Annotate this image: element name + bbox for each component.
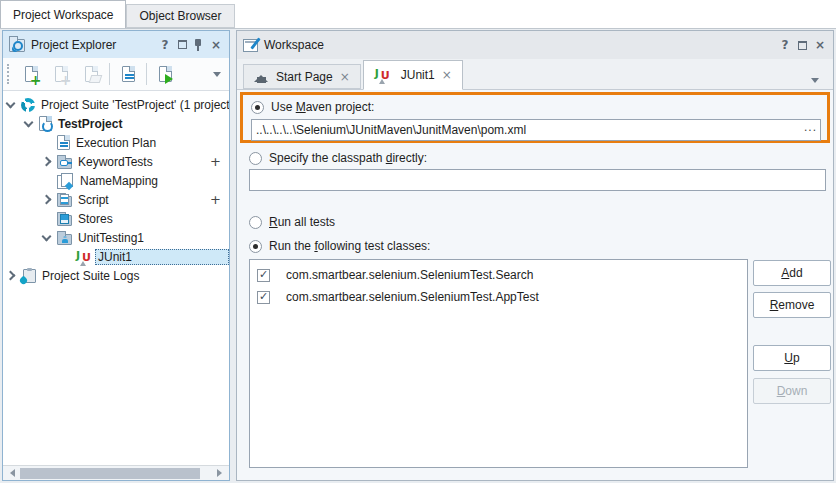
tree-item-label[interactable]: JUnit1 bbox=[95, 249, 229, 265]
tree-item-script[interactable]: Script + bbox=[3, 190, 229, 209]
checkbox-checked-icon[interactable] bbox=[257, 291, 270, 304]
help-icon[interactable]: ? bbox=[778, 38, 792, 52]
panel-title: Project Explorer bbox=[31, 38, 152, 52]
button-label: Add bbox=[781, 266, 802, 280]
tree-item-project-suite-logs[interactable]: Project Suite Logs bbox=[3, 266, 229, 285]
help-icon[interactable]: ? bbox=[158, 38, 172, 52]
tab-list-dropdown-icon[interactable] bbox=[811, 78, 819, 87]
tree-item-label[interactable]: NameMapping bbox=[77, 173, 161, 189]
horizontal-scrollbar[interactable] bbox=[3, 465, 229, 480]
run-project-button[interactable] bbox=[151, 60, 179, 88]
run-all-radio-row[interactable]: Run all tests bbox=[249, 215, 335, 229]
chevron-expanded-icon[interactable] bbox=[24, 117, 34, 127]
radio-selected-icon[interactable] bbox=[249, 240, 262, 253]
close-icon[interactable]: × bbox=[813, 38, 827, 52]
test-class-label[interactable]: com.smartbear.selenium.SeleniumTest.AppT… bbox=[286, 290, 539, 304]
tree-item-unittesting1[interactable]: UnitTesting1 bbox=[3, 228, 229, 247]
radio-label[interactable]: Use Maven project: bbox=[271, 100, 374, 114]
tree-item-label[interactable]: Execution Plan bbox=[73, 135, 159, 151]
down-button[interactable]: Down bbox=[753, 378, 831, 404]
scroll-left-icon[interactable] bbox=[6, 469, 15, 477]
add-item-affordance[interactable]: + bbox=[210, 192, 229, 207]
maximize-icon[interactable] bbox=[798, 41, 807, 50]
list-item[interactable]: com.smartbear.selenium.SeleniumTest.Sear… bbox=[250, 264, 747, 286]
close-tab-icon[interactable]: × bbox=[340, 70, 350, 84]
junit-icon bbox=[374, 67, 391, 83]
tree-item-label[interactable]: UnitTesting1 bbox=[75, 230, 147, 246]
pin-icon[interactable] bbox=[193, 38, 203, 52]
tree-item-stores[interactable]: Stores bbox=[3, 209, 229, 228]
tab-project-workspace[interactable]: Project Workspace bbox=[0, 0, 126, 28]
chevron-collapsed-icon[interactable] bbox=[6, 271, 16, 281]
workspace-icon bbox=[243, 39, 258, 52]
classpath-radio-row[interactable]: Specify the classpath directly: bbox=[249, 151, 427, 165]
radio-unselected-icon[interactable] bbox=[249, 216, 262, 229]
add-item-affordance[interactable]: + bbox=[210, 154, 229, 169]
radio-label[interactable]: Specify the classpath directly: bbox=[269, 151, 427, 165]
radio-label[interactable]: Run all tests bbox=[269, 215, 335, 229]
classpath-input[interactable] bbox=[249, 169, 826, 191]
keyword-tests-folder-icon bbox=[57, 158, 72, 169]
tree-item-testproject[interactable]: TestProject bbox=[3, 114, 229, 133]
tree-item-label[interactable]: Project Suite 'TestProject' (1 project) bbox=[38, 97, 229, 113]
list-item[interactable]: com.smartbear.selenium.SeleniumTest.AppT… bbox=[250, 286, 747, 308]
workspace-panel: Workspace ? × Start Page × JUnit1 × bbox=[236, 30, 834, 481]
tree-item-label[interactable]: Project Suite Logs bbox=[39, 268, 142, 284]
button-label: Up bbox=[784, 351, 799, 365]
radio-selected-icon[interactable] bbox=[251, 101, 264, 114]
run-following-radio-row[interactable]: Run the following test classes: bbox=[249, 239, 430, 253]
tree-item-label[interactable]: Stores bbox=[75, 211, 116, 227]
chevron-expanded-icon[interactable] bbox=[42, 231, 52, 241]
tree-item-label[interactable]: Script bbox=[75, 192, 112, 208]
execution-order-button[interactable] bbox=[114, 60, 142, 88]
chevron-spacer bbox=[43, 215, 50, 222]
tab-start-page[interactable]: Start Page × bbox=[243, 64, 361, 89]
test-classes-list[interactable]: com.smartbear.selenium.SeleniumTest.Sear… bbox=[249, 259, 748, 468]
execution-plan-icon bbox=[57, 135, 70, 150]
project-explorer-panel: Project Explorer ? × Project Suite 'Test… bbox=[2, 30, 230, 481]
toolbar-grip-handle[interactable] bbox=[7, 64, 11, 84]
checkbox-checked-icon[interactable] bbox=[257, 269, 270, 282]
tab-object-browser[interactable]: Object Browser bbox=[126, 4, 234, 28]
add-button[interactable]: Add bbox=[753, 260, 831, 286]
chevron-spacer bbox=[43, 177, 50, 184]
maven-path-field: ... bbox=[251, 119, 821, 141]
project-explorer-icon bbox=[9, 39, 25, 52]
chevron-expanded-icon[interactable] bbox=[6, 98, 16, 108]
close-icon[interactable]: × bbox=[209, 38, 223, 52]
radio-label[interactable]: Run the following test classes: bbox=[269, 239, 430, 253]
add-project-button[interactable] bbox=[17, 60, 45, 88]
project-suite-logs-icon bbox=[23, 269, 36, 283]
tree-item-execution-plan[interactable]: Execution Plan bbox=[3, 133, 229, 152]
open-file-button[interactable] bbox=[77, 60, 105, 88]
remove-button[interactable]: Remove bbox=[753, 292, 831, 318]
radio-unselected-icon[interactable] bbox=[249, 152, 262, 165]
toolbar-options-dropdown-icon[interactable] bbox=[213, 72, 221, 81]
tree-item-namemapping[interactable]: NameMapping bbox=[3, 171, 229, 190]
workspace-tab-bar: Start Page × JUnit1 × bbox=[237, 59, 833, 90]
tree-item-project-suite[interactable]: Project Suite 'TestProject' (1 project) bbox=[3, 95, 229, 114]
tree-item-keywordtests[interactable]: KeywordTests + bbox=[3, 152, 229, 171]
up-button[interactable]: Up bbox=[753, 345, 831, 371]
test-class-label[interactable]: com.smartbear.selenium.SeleniumTest.Sear… bbox=[286, 268, 533, 282]
chevron-collapsed-icon[interactable] bbox=[42, 195, 52, 205]
scroll-right-icon[interactable] bbox=[217, 469, 226, 477]
chevron-collapsed-icon[interactable] bbox=[42, 157, 52, 167]
close-tab-icon[interactable]: × bbox=[442, 68, 452, 82]
panel-title: Workspace bbox=[264, 38, 772, 52]
classpath-field bbox=[249, 169, 826, 191]
tree-item-label[interactable]: KeywordTests bbox=[75, 154, 156, 170]
name-mapping-icon bbox=[57, 173, 74, 189]
tree-item-label[interactable]: TestProject bbox=[55, 116, 125, 132]
tab-junit1[interactable]: JUnit1 × bbox=[363, 60, 463, 90]
stores-folder-icon bbox=[57, 215, 72, 226]
scrollbar-thumb[interactable] bbox=[20, 468, 200, 479]
use-maven-radio-row[interactable]: Use Maven project: bbox=[251, 100, 374, 114]
browse-button[interactable]: ... bbox=[804, 120, 817, 134]
maven-path-input[interactable] bbox=[251, 119, 821, 141]
dock-area: Project Explorer ? × Project Suite 'Test… bbox=[0, 28, 836, 483]
add-test-item-button[interactable] bbox=[47, 60, 75, 88]
maximize-icon[interactable] bbox=[178, 40, 187, 49]
tree-item-junit1[interactable]: JUnit1 bbox=[3, 247, 229, 266]
chevron-spacer bbox=[61, 253, 68, 260]
